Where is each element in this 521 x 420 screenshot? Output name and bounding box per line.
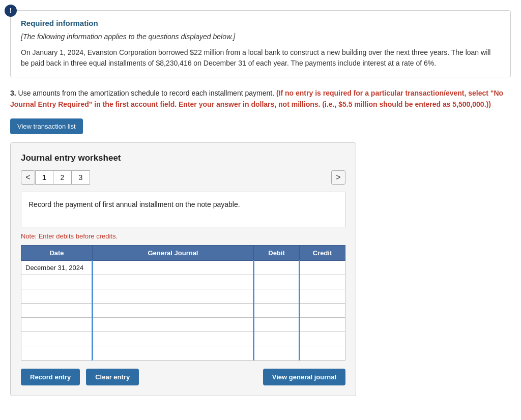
debit-cell[interactable] <box>254 303 300 317</box>
question-prefix: Use amounts from the amortization schedu… <box>18 89 274 97</box>
debit-input[interactable] <box>254 304 299 317</box>
date-cell <box>21 332 93 346</box>
table-row <box>21 332 345 346</box>
info-box-title: Required information <box>21 19 500 27</box>
table-row <box>21 317 345 332</box>
prev-tab-button[interactable]: < <box>21 170 35 185</box>
credit-input[interactable] <box>300 261 345 275</box>
credit-cell[interactable] <box>300 289 345 303</box>
info-box-body: On January 1, 2024, Evanston Corporation… <box>21 47 500 69</box>
general-journal-cell[interactable] <box>93 346 254 360</box>
general-journal-cell[interactable] <box>93 260 254 275</box>
general-journal-input[interactable] <box>93 346 253 360</box>
general-journal-cell[interactable] <box>93 289 254 303</box>
table-row <box>21 346 345 360</box>
button-row: Record entry Clear entry View general jo… <box>21 369 345 385</box>
general-journal-input[interactable] <box>93 304 253 317</box>
tab-2[interactable]: 2 <box>53 170 72 185</box>
credit-cell[interactable] <box>300 317 345 332</box>
date-cell <box>21 289 93 303</box>
general-journal-input[interactable] <box>93 318 253 332</box>
debit-cell[interactable] <box>254 275 300 289</box>
question-text: 3. Use amounts from the amortization sch… <box>10 87 511 110</box>
date-cell: December 31, 2024 <box>21 260 93 275</box>
date-cell <box>21 317 93 332</box>
record-entry-button[interactable]: Record entry <box>21 369 80 385</box>
tab-navigation: < 1 2 3 > <box>21 170 345 185</box>
credit-input[interactable] <box>300 304 345 317</box>
debit-cell[interactable] <box>254 317 300 332</box>
table-row <box>21 303 345 317</box>
credit-input[interactable] <box>300 318 345 332</box>
credit-cell[interactable] <box>300 303 345 317</box>
credit-input[interactable] <box>300 289 345 303</box>
credit-cell[interactable] <box>300 260 345 275</box>
clear-entry-button[interactable]: Clear entry <box>86 369 139 385</box>
note-text: Note: Enter debits before credits. <box>21 232 345 240</box>
debit-input[interactable] <box>254 318 299 332</box>
view-transaction-button[interactable]: View transaction list <box>10 118 83 134</box>
col-date: Date <box>21 245 93 260</box>
next-tab-button[interactable]: > <box>331 170 345 185</box>
info-icon: ! <box>5 5 17 17</box>
general-journal-cell[interactable] <box>93 317 254 332</box>
tab-3[interactable]: 3 <box>72 170 90 185</box>
debit-input[interactable] <box>254 261 299 275</box>
date-cell <box>21 346 93 360</box>
tab-1[interactable]: 1 <box>35 170 53 185</box>
table-row: December 31, 2024 <box>21 260 345 275</box>
journal-worksheet: Journal entry worksheet < 1 2 3 > Record… <box>10 142 356 396</box>
date-cell <box>21 275 93 289</box>
table-row <box>21 275 345 289</box>
table-row <box>21 289 345 303</box>
general-journal-cell[interactable] <box>93 303 254 317</box>
debit-cell[interactable] <box>254 260 300 275</box>
general-journal-input[interactable] <box>93 289 253 303</box>
view-general-journal-button[interactable]: View general journal <box>263 369 345 385</box>
debit-input[interactable] <box>254 275 299 289</box>
general-journal-cell[interactable] <box>93 332 254 346</box>
info-box: ! Required information [The following in… <box>10 10 511 77</box>
description-box: Record the payment of first annual insta… <box>21 192 345 227</box>
debit-cell[interactable] <box>254 289 300 303</box>
col-debit: Debit <box>254 245 300 260</box>
credit-input[interactable] <box>300 346 345 360</box>
info-box-italic: [The following information applies to th… <box>21 32 500 42</box>
question-number: 3. <box>10 89 16 97</box>
general-journal-cell[interactable] <box>93 275 254 289</box>
general-journal-input[interactable] <box>93 261 253 275</box>
credit-cell[interactable] <box>300 275 345 289</box>
general-journal-input[interactable] <box>93 332 253 346</box>
debit-cell[interactable] <box>254 332 300 346</box>
journal-table: Date General Journal Debit Credit Decemb… <box>21 245 345 361</box>
debit-input[interactable] <box>254 289 299 303</box>
debit-input[interactable] <box>254 346 299 360</box>
credit-input[interactable] <box>300 332 345 346</box>
debit-input[interactable] <box>254 332 299 346</box>
credit-input[interactable] <box>300 275 345 289</box>
debit-cell[interactable] <box>254 346 300 360</box>
credit-cell[interactable] <box>300 346 345 360</box>
col-general-journal: General Journal <box>93 245 254 260</box>
journal-title: Journal entry worksheet <box>21 153 345 163</box>
date-cell <box>21 303 93 317</box>
credit-cell[interactable] <box>300 332 345 346</box>
col-credit: Credit <box>300 245 345 260</box>
general-journal-input[interactable] <box>93 275 253 289</box>
